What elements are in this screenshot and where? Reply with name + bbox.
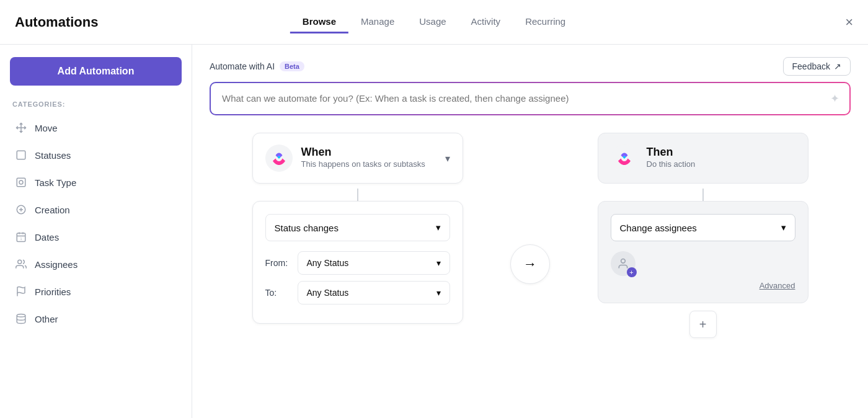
status-changes-label: Status changes [275, 223, 339, 233]
when-section: When This happens on tasks or subtasks ▾… [210, 133, 505, 324]
sidebar-item-dates[interactable]: 1 Dates [10, 225, 182, 249]
ai-bar-header: Automate with AI Beta Feedback ↗ [210, 57, 851, 76]
arrow-circle: → [510, 244, 550, 284]
svg-text:1: 1 [20, 238, 22, 241]
categories-label: CATEGORIES: [10, 100, 182, 108]
close-button[interactable]: × [845, 14, 853, 30]
sparkle-icon: ✦ [830, 92, 839, 105]
from-status-chevron-icon: ▾ [436, 258, 441, 268]
creation-icon [15, 203, 27, 216]
svg-point-2 [19, 180, 23, 184]
task-type-icon [15, 176, 27, 189]
svg-point-14 [621, 259, 625, 264]
svg-point-11 [18, 260, 22, 264]
svg-rect-1 [17, 178, 25, 187]
assignees-icon [15, 258, 27, 270]
from-row: From: Any Status ▾ [265, 251, 450, 275]
sidebar-item-creation[interactable]: Creation [10, 197, 182, 222]
ai-label: Automate with AI Beta [210, 61, 304, 71]
add-assignee-plus-icon: + [627, 267, 637, 277]
add-automation-button[interactable]: Add Automation [10, 57, 182, 86]
sidebar-item-priorities-label: Priorities [35, 287, 71, 297]
to-row: To: Any Status ▾ [265, 281, 450, 305]
when-subtitle: This happens on tasks or subtasks [301, 159, 436, 170]
sidebar-item-task-type[interactable]: Task Type [10, 170, 182, 195]
header: Automations Browse Manage Usage Activity… [0, 0, 868, 45]
from-status-select[interactable]: Any Status ▾ [298, 251, 450, 275]
external-link-icon: ↗ [834, 61, 841, 71]
sidebar-item-assignees-label: Assignees [35, 259, 78, 270]
add-action-button[interactable]: + [689, 311, 717, 338]
tab-manage[interactable]: Manage [348, 11, 407, 33]
statuses-icon [15, 149, 27, 161]
to-status-value: Any Status [307, 288, 349, 298]
connector-line-1 [357, 189, 358, 201]
sidebar-item-creation-label: Creation [35, 205, 70, 215]
tab-recurring[interactable]: Recurring [513, 11, 578, 33]
main-content: Automate with AI Beta Feedback ↗ ✦ [192, 45, 868, 418]
then-card: Then Do this action [598, 133, 808, 184]
svg-rect-0 [17, 151, 25, 159]
sidebar-item-other-label: Other [35, 314, 58, 324]
sidebar-item-other[interactable]: Other [10, 306, 182, 331]
ai-label-text: Automate with AI [210, 61, 275, 71]
ai-input-wrapper: ✦ [210, 82, 851, 115]
to-status-chevron-icon: ▾ [436, 288, 441, 298]
sidebar: Add Automation CATEGORIES: Move Sta [0, 45, 192, 418]
feedback-button[interactable]: Feedback ↗ [783, 57, 851, 76]
advanced-link[interactable]: Advanced [611, 281, 795, 290]
status-changes-chevron-icon: ▾ [436, 222, 441, 233]
svg-point-13 [17, 314, 25, 318]
sidebar-item-move-label: Move [35, 123, 58, 133]
to-label: To: [265, 288, 298, 298]
connector-line-2 [702, 189, 704, 201]
sidebar-item-assignees[interactable]: Assignees [10, 252, 182, 277]
clickup-logo-when [265, 145, 293, 172]
from-status-value: Any Status [307, 258, 349, 268]
when-info: When This happens on tasks or subtasks [301, 146, 436, 170]
move-icon [15, 122, 27, 134]
dates-icon: 1 [15, 231, 27, 243]
priorities-icon [15, 285, 27, 298]
then-section: Then Do this action Change assignees ▾ [555, 133, 851, 338]
then-title: Then [647, 146, 795, 159]
change-assignees-label: Change assignees [620, 223, 697, 233]
other-icon [15, 313, 27, 325]
then-subtitle: Do this action [647, 159, 795, 170]
main-nav: Browse Manage Usage Activity Recurring [290, 11, 578, 33]
sidebar-item-statuses[interactable]: Statuses [10, 143, 182, 167]
sidebar-item-move[interactable]: Move [10, 115, 182, 140]
add-assignee-button[interactable]: + [611, 251, 636, 276]
when-card[interactable]: When This happens on tasks or subtasks ▾ [252, 133, 463, 184]
arrow-icon: → [523, 256, 537, 272]
change-assignees-select[interactable]: Change assignees ▾ [611, 214, 795, 241]
feedback-label: Feedback [792, 61, 830, 71]
change-assignees-chevron-icon: ▾ [781, 222, 786, 233]
tab-usage[interactable]: Usage [407, 11, 458, 33]
body: Add Automation CATEGORIES: Move Sta [0, 45, 868, 418]
tab-browse[interactable]: Browse [290, 11, 348, 33]
person-icon [617, 257, 629, 270]
sidebar-item-statuses-label: Statuses [35, 150, 71, 161]
sidebar-item-priorities[interactable]: Priorities [10, 279, 182, 304]
canvas-arrow: → [505, 244, 555, 284]
app-title: Automations [15, 14, 98, 30]
from-label: From: [265, 258, 298, 268]
when-chevron-icon: ▾ [445, 153, 450, 164]
when-title: When [301, 146, 436, 159]
sidebar-item-dates-label: Dates [35, 232, 59, 242]
status-changes-select[interactable]: Status changes ▾ [265, 214, 450, 241]
action-card: Change assignees ▾ + Advanced [598, 201, 808, 303]
ai-input[interactable] [222, 93, 820, 104]
then-info: Then Do this action [647, 146, 795, 170]
sidebar-item-task-type-label: Task Type [35, 177, 76, 188]
to-status-select[interactable]: Any Status ▾ [298, 281, 450, 305]
tab-activity[interactable]: Activity [459, 11, 513, 33]
clickup-logo-then [611, 145, 638, 172]
automation-canvas: When This happens on tasks or subtasks ▾… [210, 133, 851, 368]
beta-badge: Beta [280, 61, 304, 71]
condition-card: Status changes ▾ From: Any Status ▾ To: [252, 201, 463, 324]
